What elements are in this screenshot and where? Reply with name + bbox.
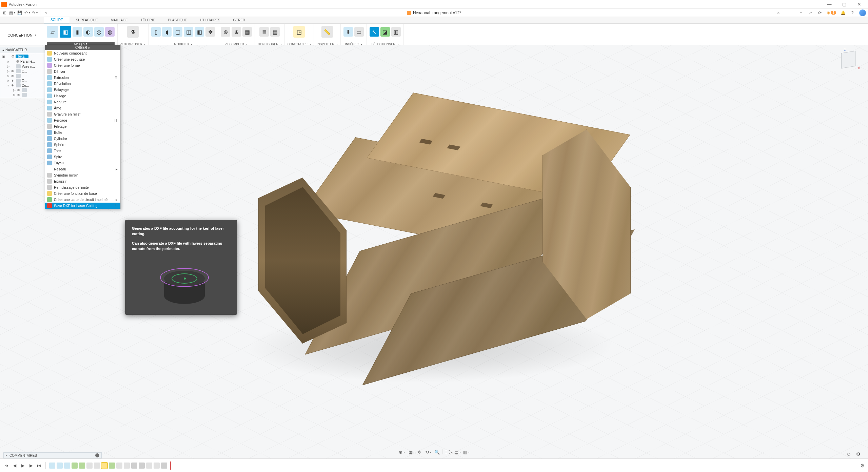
timeline-feature[interactable] xyxy=(64,463,70,469)
extrude-icon[interactable]: ▮ xyxy=(73,27,82,37)
timeline-feature[interactable] xyxy=(161,463,167,469)
create-menu-item[interactable]: Spire xyxy=(45,154,120,160)
timeline-settings-icon[interactable]: ⚙ xyxy=(860,463,865,468)
timeline-feature[interactable] xyxy=(72,463,78,469)
document-close-button[interactable]: × xyxy=(777,10,780,16)
create-menu-item[interactable]: PerçageH xyxy=(45,117,120,123)
tab-gerer[interactable]: GÉRER xyxy=(227,17,252,23)
combine-icon[interactable]: ◫ xyxy=(184,27,193,37)
grid-icon[interactable]: ▤ xyxy=(455,449,461,455)
timeline-feature[interactable] xyxy=(86,463,93,469)
create-menu-item[interactable]: Révolution xyxy=(45,81,120,87)
create-menu-item[interactable]: Gravure en relief xyxy=(45,111,120,117)
timeline-feature[interactable] xyxy=(124,463,130,469)
data-panel-icon[interactable]: ⊞ xyxy=(2,10,7,16)
tab-tolerie[interactable]: TÔLERIE xyxy=(134,17,162,23)
tab-surfacique[interactable]: SURFACIQUE xyxy=(70,17,104,23)
revolve-icon[interactable]: ◐ xyxy=(83,27,93,37)
user-avatar[interactable] xyxy=(859,9,866,16)
construct-icon[interactable]: ◳ xyxy=(293,26,305,38)
feedback-icon[interactable]: ☺ xyxy=(846,451,852,457)
timeline-feature[interactable] xyxy=(94,463,100,469)
timeline-feature[interactable] xyxy=(79,463,85,469)
orbit-icon[interactable]: ⊕ xyxy=(399,449,405,455)
draft-icon[interactable]: ◧ xyxy=(195,27,204,37)
create-menu-item[interactable]: Dériver xyxy=(45,68,120,75)
timeline-feature[interactable] xyxy=(109,463,115,469)
timeline-feature[interactable] xyxy=(49,463,55,469)
new-design-icon[interactable]: + xyxy=(798,10,804,16)
timeline-feature[interactable] xyxy=(57,463,63,469)
tab-solide[interactable]: SOLIDE xyxy=(44,17,70,23)
create-menu-item[interactable]: Lissage xyxy=(45,93,120,99)
document-tab[interactable]: Hexaonal_rangement v12* xyxy=(407,11,461,15)
undo-icon[interactable]: ↶ xyxy=(24,10,30,16)
create-menu-item[interactable]: Nouveau composant xyxy=(45,50,120,56)
decal-icon[interactable]: ▭ xyxy=(354,27,364,37)
notifications-icon[interactable]: 🔔 xyxy=(840,10,846,16)
asbuilt-icon[interactable]: ⊕ xyxy=(232,27,241,37)
tab-maillage[interactable]: MAILLAGE xyxy=(104,17,134,23)
display-icon[interactable]: ⛶ xyxy=(446,449,452,455)
config-icon[interactable]: ▤ xyxy=(270,27,280,37)
job-status[interactable]: ◉ 1 xyxy=(827,11,836,15)
lookat-icon[interactable]: ▦ xyxy=(408,449,414,455)
tab-utilitaires[interactable]: UTILITAIRES xyxy=(194,17,227,23)
timeline-feature[interactable] xyxy=(131,463,137,469)
create-menu-item[interactable]: Symétrie miroir xyxy=(45,172,120,178)
automate-icon[interactable]: ⚗ xyxy=(127,26,139,38)
timeline-end-button[interactable]: ⏭ xyxy=(36,463,42,469)
create-menu-item[interactable]: Tuyau xyxy=(45,160,120,166)
create-icon[interactable]: ◧ xyxy=(60,26,71,38)
rigid-icon[interactable]: ▦ xyxy=(242,27,252,37)
create-menu-item[interactable]: ExtrusionE xyxy=(45,75,120,81)
create-menu-item[interactable]: Créer une carte de circuit imprimé▸ xyxy=(45,197,120,203)
create-menu-item[interactable]: Balayage xyxy=(45,87,120,93)
timeline-marker[interactable] xyxy=(170,461,171,470)
create-menu-item[interactable]: Âme xyxy=(45,105,120,111)
save-icon[interactable]: 💾 xyxy=(17,10,22,16)
create-menu-item[interactable]: Boîte xyxy=(45,129,120,136)
view-cube[interactable]: Z X xyxy=(837,49,859,70)
timeline-prev-button[interactable]: ◀ xyxy=(12,463,18,469)
window-minimize-button[interactable]: — xyxy=(822,0,837,9)
presspull-icon[interactable]: ▯ xyxy=(151,27,161,37)
timeline-feature[interactable] xyxy=(101,463,107,469)
inspect-icon[interactable]: 📏 xyxy=(321,26,333,38)
create-menu-item[interactable]: Sphère xyxy=(45,142,120,148)
params-icon[interactable]: ≣ xyxy=(259,27,269,37)
extensions-icon[interactable]: ↗ xyxy=(808,10,813,16)
move-icon[interactable]: ✥ xyxy=(205,27,215,37)
timeline-feature[interactable] xyxy=(139,463,145,469)
create-menu-item[interactable]: Créer une fonction de base xyxy=(45,190,120,197)
create-menu-item[interactable]: Créer une forme xyxy=(45,62,120,68)
fillet-icon[interactable]: ◖ xyxy=(162,27,172,37)
create-menu-item[interactable]: Nervure xyxy=(45,99,120,105)
hexagonal-model[interactable] xyxy=(244,96,624,401)
shell-icon[interactable]: ▢ xyxy=(173,27,182,37)
sketch-icon[interactable]: ▱ xyxy=(47,26,58,38)
viewport-icon[interactable]: ▥ xyxy=(463,449,470,455)
tab-plastique[interactable]: PLASTIQUE xyxy=(162,17,194,23)
window-close-button[interactable]: ✕ xyxy=(852,0,867,9)
updates-icon[interactable]: ⟳ xyxy=(817,10,823,16)
select-filter-icon[interactable]: ▥ xyxy=(391,27,401,37)
joint-icon[interactable]: ⊛ xyxy=(221,27,230,37)
select-body-icon[interactable]: ◪ xyxy=(380,27,390,37)
timeline-play-button[interactable]: ▶ xyxy=(20,463,26,469)
file-menu-icon[interactable]: ▤ xyxy=(9,10,15,16)
create-menu-item[interactable]: Cylindre xyxy=(45,136,120,142)
window-maximize-button[interactable]: ▢ xyxy=(837,0,852,9)
comments-bar[interactable]: ▸ COMMENTAIRES xyxy=(3,452,102,458)
home-tab-icon[interactable]: ⌂ xyxy=(43,10,48,16)
create-menu-item[interactable]: Réseau▸ xyxy=(45,166,120,172)
create-menu-item[interactable]: Tore xyxy=(45,148,120,154)
insert-icon[interactable]: ⬇ xyxy=(343,27,353,37)
help-icon[interactable]: ? xyxy=(850,10,855,16)
zoom-icon[interactable]: ⟲ xyxy=(425,449,431,455)
create-menu-item[interactable]: Créer une esquisse xyxy=(45,56,120,62)
hole-icon[interactable]: ◎ xyxy=(94,27,104,37)
timeline-next-button[interactable]: ▶ xyxy=(28,463,34,469)
fit-icon[interactable]: 🔍 xyxy=(434,449,440,455)
create-menu-item[interactable]: Remplissage de limite xyxy=(45,184,120,190)
